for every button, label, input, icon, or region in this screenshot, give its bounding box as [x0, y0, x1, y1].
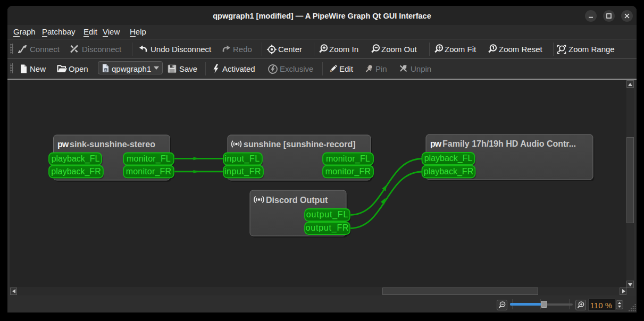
svg-text:sunshine [sunshine-record]: sunshine [sunshine-record]: [244, 140, 356, 149]
svg-text:monitor_FR: monitor_FR: [126, 167, 172, 176]
svg-text:input_FR: input_FR: [224, 167, 261, 176]
svg-text:monitor_FL: monitor_FL: [127, 154, 171, 164]
svg-text:output_FR: output_FR: [306, 223, 349, 233]
svg-text:input_FL: input_FL: [224, 154, 260, 164]
svg-text:playback_FR: playback_FR: [51, 167, 101, 176]
svg-text:playback_FR: playback_FR: [424, 167, 473, 176]
svg-text:pw: pw: [57, 140, 69, 149]
svg-text:output_FL: output_FL: [306, 210, 348, 219]
svg-text:Discord Output: Discord Output: [266, 196, 328, 205]
svg-text:playback_FL: playback_FL: [52, 154, 100, 164]
svg-text:monitor_FR: monitor_FR: [325, 167, 371, 176]
svg-text:monitor_FL: monitor_FL: [326, 154, 370, 164]
svg-text:sink-sunshine-stereo: sink-sunshine-stereo: [70, 140, 155, 149]
svg-text:playback_FL: playback_FL: [424, 154, 473, 163]
svg-text:pw: pw: [430, 139, 442, 148]
svg-text:Family 17h/19h HD Audio Contr.: Family 17h/19h HD Audio Contr...: [442, 139, 576, 148]
